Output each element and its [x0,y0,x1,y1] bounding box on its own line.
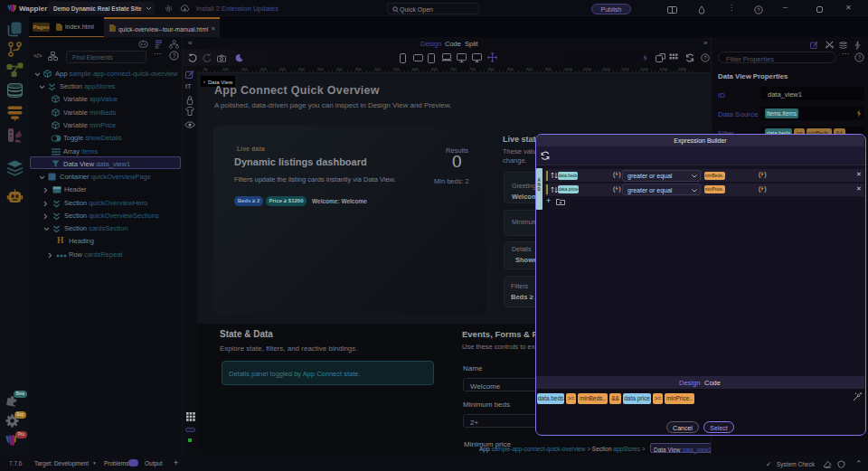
svg-text:?: ? [173,52,176,59]
svg-text:?: ? [757,7,760,13]
svg-text:?: ? [703,55,706,61]
svg-text:?: ? [858,54,862,61]
